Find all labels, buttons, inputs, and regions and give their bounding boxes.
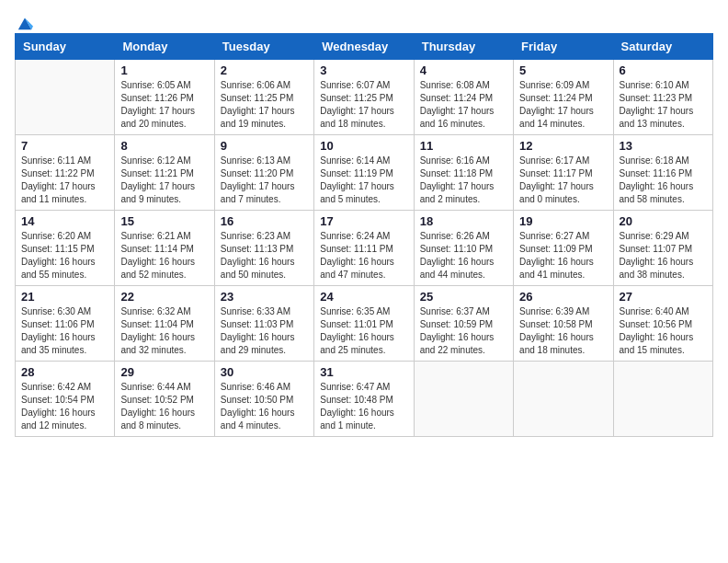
calendar-cell: 4Sunrise: 6:08 AM Sunset: 11:24 PM Dayli… xyxy=(414,60,513,135)
day-info: Sunrise: 6:46 AM Sunset: 10:50 PM Daylig… xyxy=(221,381,308,432)
calendar-cell: 23Sunrise: 6:33 AM Sunset: 11:03 PM Dayl… xyxy=(214,286,313,362)
calendar-cell: 1Sunrise: 6:05 AM Sunset: 11:26 PM Dayli… xyxy=(115,60,214,135)
day-number: 10 xyxy=(320,139,407,153)
day-number: 26 xyxy=(519,290,607,304)
day-number: 11 xyxy=(420,139,507,153)
logo-icon xyxy=(17,15,33,31)
calendar-week-row: 7Sunrise: 6:11 AM Sunset: 11:22 PM Dayli… xyxy=(16,135,713,211)
calendar-cell: 31Sunrise: 6:47 AM Sunset: 10:48 PM Dayl… xyxy=(314,362,414,437)
calendar-cell: 30Sunrise: 6:46 AM Sunset: 10:50 PM Dayl… xyxy=(214,362,313,437)
day-number: 6 xyxy=(620,63,707,77)
day-info: Sunrise: 6:21 AM Sunset: 11:14 PM Daylig… xyxy=(120,230,208,282)
calendar-cell: 12Sunrise: 6:17 AM Sunset: 11:17 PM Dayl… xyxy=(514,135,613,211)
day-number: 5 xyxy=(519,63,607,77)
day-info: Sunrise: 6:37 AM Sunset: 10:59 PM Daylig… xyxy=(420,305,507,357)
day-info: Sunrise: 6:09 AM Sunset: 11:24 PM Daylig… xyxy=(519,79,607,131)
day-info: Sunrise: 6:14 AM Sunset: 11:19 PM Daylig… xyxy=(320,155,407,206)
calendar-header-thursday: Thursday xyxy=(414,34,513,60)
day-info: Sunrise: 6:24 AM Sunset: 11:11 PM Daylig… xyxy=(320,230,407,282)
day-info: Sunrise: 6:39 AM Sunset: 10:58 PM Daylig… xyxy=(519,305,607,357)
day-info: Sunrise: 6:11 AM Sunset: 11:22 PM Daylig… xyxy=(21,155,108,206)
calendar-header-wednesday: Wednesday xyxy=(314,34,414,60)
calendar-cell xyxy=(613,362,712,437)
calendar-cell xyxy=(514,362,613,437)
calendar-cell: 8Sunrise: 6:12 AM Sunset: 11:21 PM Dayli… xyxy=(115,135,214,211)
day-number: 13 xyxy=(620,139,707,153)
calendar-cell: 13Sunrise: 6:18 AM Sunset: 11:16 PM Dayl… xyxy=(613,135,712,211)
calendar-cell: 16Sunrise: 6:23 AM Sunset: 11:13 PM Dayl… xyxy=(214,211,313,286)
day-info: Sunrise: 6:42 AM Sunset: 10:54 PM Daylig… xyxy=(21,381,108,432)
calendar-cell: 2Sunrise: 6:06 AM Sunset: 11:25 PM Dayli… xyxy=(214,60,313,135)
day-info: Sunrise: 6:32 AM Sunset: 11:04 PM Daylig… xyxy=(120,305,208,357)
day-info: Sunrise: 6:30 AM Sunset: 11:06 PM Daylig… xyxy=(21,305,108,357)
day-info: Sunrise: 6:08 AM Sunset: 11:24 PM Daylig… xyxy=(420,79,507,131)
day-number: 29 xyxy=(120,365,208,379)
day-number: 25 xyxy=(420,290,507,304)
day-info: Sunrise: 6:44 AM Sunset: 10:52 PM Daylig… xyxy=(120,381,208,432)
day-number: 2 xyxy=(221,63,308,77)
calendar-cell xyxy=(414,362,513,437)
calendar-cell: 27Sunrise: 6:40 AM Sunset: 10:56 PM Dayl… xyxy=(613,286,712,362)
day-number: 28 xyxy=(21,365,108,379)
day-info: Sunrise: 6:13 AM Sunset: 11:20 PM Daylig… xyxy=(221,155,308,206)
calendar-cell: 9Sunrise: 6:13 AM Sunset: 11:20 PM Dayli… xyxy=(214,135,313,211)
day-number: 9 xyxy=(221,139,308,153)
day-info: Sunrise: 6:47 AM Sunset: 10:48 PM Daylig… xyxy=(320,381,407,432)
day-info: Sunrise: 6:20 AM Sunset: 11:15 PM Daylig… xyxy=(21,230,108,282)
day-info: Sunrise: 6:27 AM Sunset: 11:09 PM Daylig… xyxy=(519,230,607,282)
calendar-cell: 7Sunrise: 6:11 AM Sunset: 11:22 PM Dayli… xyxy=(16,135,115,211)
day-number: 22 xyxy=(120,290,208,304)
calendar-cell: 24Sunrise: 6:35 AM Sunset: 11:01 PM Dayl… xyxy=(314,286,414,362)
day-info: Sunrise: 6:07 AM Sunset: 11:25 PM Daylig… xyxy=(320,79,407,131)
calendar-cell: 26Sunrise: 6:39 AM Sunset: 10:58 PM Dayl… xyxy=(514,286,613,362)
day-number: 24 xyxy=(320,290,407,304)
day-info: Sunrise: 6:12 AM Sunset: 11:21 PM Daylig… xyxy=(120,155,208,206)
calendar-header-saturday: Saturday xyxy=(613,34,712,60)
calendar-cell: 22Sunrise: 6:32 AM Sunset: 11:04 PM Dayl… xyxy=(115,286,214,362)
day-number: 7 xyxy=(21,139,108,153)
calendar-cell: 11Sunrise: 6:16 AM Sunset: 11:18 PM Dayl… xyxy=(414,135,513,211)
calendar-header-sunday: Sunday xyxy=(16,34,115,60)
day-number: 21 xyxy=(21,290,108,304)
calendar-cell: 25Sunrise: 6:37 AM Sunset: 10:59 PM Dayl… xyxy=(414,286,513,362)
calendar-cell: 5Sunrise: 6:09 AM Sunset: 11:24 PM Dayli… xyxy=(514,60,613,135)
logo xyxy=(15,15,33,26)
day-info: Sunrise: 6:17 AM Sunset: 11:17 PM Daylig… xyxy=(519,155,607,206)
day-number: 14 xyxy=(21,214,108,228)
day-info: Sunrise: 6:10 AM Sunset: 11:23 PM Daylig… xyxy=(620,79,707,131)
day-info: Sunrise: 6:33 AM Sunset: 11:03 PM Daylig… xyxy=(221,305,308,357)
calendar-week-row: 14Sunrise: 6:20 AM Sunset: 11:15 PM Dayl… xyxy=(16,211,713,286)
calendar-cell: 20Sunrise: 6:29 AM Sunset: 11:07 PM Dayl… xyxy=(613,211,712,286)
day-info: Sunrise: 6:06 AM Sunset: 11:25 PM Daylig… xyxy=(221,79,308,131)
day-info: Sunrise: 6:18 AM Sunset: 11:16 PM Daylig… xyxy=(620,155,707,206)
day-info: Sunrise: 6:35 AM Sunset: 11:01 PM Daylig… xyxy=(320,305,407,357)
calendar-cell: 19Sunrise: 6:27 AM Sunset: 11:09 PM Dayl… xyxy=(514,211,613,286)
day-number: 19 xyxy=(519,214,607,228)
calendar-week-row: 28Sunrise: 6:42 AM Sunset: 10:54 PM Dayl… xyxy=(16,362,713,437)
calendar-cell: 18Sunrise: 6:26 AM Sunset: 11:10 PM Dayl… xyxy=(414,211,513,286)
day-number: 4 xyxy=(420,63,507,77)
day-info: Sunrise: 6:23 AM Sunset: 11:13 PM Daylig… xyxy=(221,230,308,282)
page-header xyxy=(15,15,713,26)
day-number: 18 xyxy=(420,214,507,228)
calendar-week-row: 1Sunrise: 6:05 AM Sunset: 11:26 PM Dayli… xyxy=(16,60,713,135)
day-number: 17 xyxy=(320,214,407,228)
calendar-cell: 15Sunrise: 6:21 AM Sunset: 11:14 PM Dayl… xyxy=(115,211,214,286)
calendar-table: SundayMondayTuesdayWednesdayThursdayFrid… xyxy=(15,33,713,437)
day-info: Sunrise: 6:40 AM Sunset: 10:56 PM Daylig… xyxy=(620,305,707,357)
day-number: 12 xyxy=(519,139,607,153)
day-number: 23 xyxy=(221,290,308,304)
calendar-cell: 28Sunrise: 6:42 AM Sunset: 10:54 PM Dayl… xyxy=(16,362,115,437)
day-number: 15 xyxy=(120,214,208,228)
calendar-header-row: SundayMondayTuesdayWednesdayThursdayFrid… xyxy=(16,34,713,60)
day-info: Sunrise: 6:16 AM Sunset: 11:18 PM Daylig… xyxy=(420,155,507,206)
day-number: 1 xyxy=(120,63,208,77)
day-number: 3 xyxy=(320,63,407,77)
calendar-cell: 10Sunrise: 6:14 AM Sunset: 11:19 PM Dayl… xyxy=(314,135,414,211)
day-number: 8 xyxy=(120,139,208,153)
calendar-week-row: 21Sunrise: 6:30 AM Sunset: 11:06 PM Dayl… xyxy=(16,286,713,362)
day-info: Sunrise: 6:29 AM Sunset: 11:07 PM Daylig… xyxy=(620,230,707,282)
calendar-header-monday: Monday xyxy=(115,34,214,60)
calendar-cell: 3Sunrise: 6:07 AM Sunset: 11:25 PM Dayli… xyxy=(314,60,414,135)
calendar-cell: 6Sunrise: 6:10 AM Sunset: 11:23 PM Dayli… xyxy=(613,60,712,135)
